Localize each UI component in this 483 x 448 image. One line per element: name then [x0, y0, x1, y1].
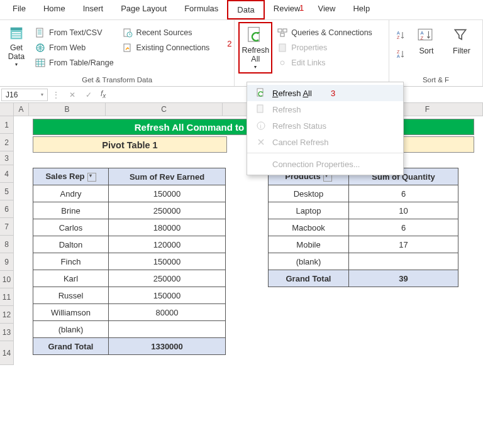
tab-file[interactable]: File	[4, 0, 35, 19]
cancel-icon	[256, 137, 266, 147]
row-5[interactable]: 5	[0, 183, 14, 200]
existing-conn-button[interactable]: Existing Connections	[120, 42, 213, 53]
tab-formulas[interactable]: Formulas	[175, 0, 227, 19]
dd-refresh-all[interactable]: Refresh All3	[247, 85, 403, 101]
table-row: Macbook6	[269, 219, 458, 236]
row-8[interactable]: 8	[0, 236, 14, 253]
row-1[interactable]: 1	[0, 116, 14, 134]
svg-rect-9	[280, 33, 284, 36]
tab-insert[interactable]: Insert	[74, 0, 113, 19]
dd-conn-props: Connection Properties...	[247, 156, 403, 172]
row-9[interactable]: 9	[0, 253, 14, 271]
row-10[interactable]: 10	[0, 271, 14, 288]
fx-label[interactable]: fx	[97, 89, 109, 99]
refresh-all-icon	[256, 88, 266, 98]
table-row: Brine250000	[33, 202, 226, 219]
sort-asc-button[interactable]: AZ	[393, 30, 408, 41]
dd-cancel-refresh: Cancel Refresh	[247, 134, 403, 150]
web-icon	[35, 43, 45, 53]
row-4[interactable]: 4	[0, 165, 14, 183]
svg-text:A: A	[397, 54, 400, 58]
sort-icon: AZ	[417, 26, 436, 45]
row-11[interactable]: 11	[0, 288, 14, 306]
tab-home[interactable]: Home	[35, 0, 74, 19]
table-row: Carlos180000	[33, 219, 226, 236]
table-row: Finch150000	[33, 253, 226, 270]
ribbon: Get Data ▾ From Text/CSV From Web From T…	[0, 20, 483, 87]
edit-links-button: Edit Links	[275, 57, 375, 68]
sort-desc-button[interactable]: ZA	[393, 48, 408, 60]
table-row: Andry150000	[33, 185, 226, 202]
select-all-corner[interactable]	[0, 103, 14, 116]
tab-data[interactable]: Data	[227, 0, 264, 19]
filter-icon	[452, 26, 471, 45]
col-C[interactable]: C	[106, 103, 223, 116]
sort-asc-icon: AZ	[396, 30, 406, 40]
enter-formula: ✓	[80, 90, 97, 99]
get-data-button[interactable]: Get Data ▾	[4, 22, 29, 70]
tab-view[interactable]: View	[309, 0, 344, 19]
grid: A B C F 1234567891011121314 Refresh All …	[0, 103, 483, 380]
pivot-table-1: Sales RepSum of Rev Earned Andry150000Br…	[33, 168, 226, 355]
dd-refresh: Refresh	[247, 101, 403, 117]
table-row: (blank)	[269, 253, 458, 270]
from-table-button[interactable]: From Table/Range	[33, 57, 116, 68]
from-textcsv-button[interactable]: From Text/CSV	[33, 27, 116, 38]
table-row: Williamson80000	[33, 304, 226, 321]
svg-text:i: i	[260, 123, 262, 129]
info-icon: i	[256, 121, 266, 131]
name-box[interactable]: J16▾	[1, 89, 48, 101]
table-row: Russel150000	[33, 287, 226, 304]
refresh-all-button[interactable]: Refresh All ▾	[238, 22, 272, 74]
table-row: Dalton120000	[33, 236, 226, 253]
recent-icon	[123, 28, 133, 38]
group-label-sort: Sort & F	[393, 76, 479, 85]
from-web-button[interactable]: From Web	[33, 42, 116, 53]
dd-refresh-status: iRefresh Status	[247, 117, 403, 134]
ribbon-tabs: File Home Insert Page Layout Formulas Da…	[0, 0, 483, 20]
queries-conn-button[interactable]: Queries & Connections	[275, 27, 375, 38]
tab-help[interactable]: Help	[344, 0, 379, 19]
filter-dropdown-icon[interactable]	[87, 173, 96, 182]
subtitle-1: Pivot Table 1	[33, 136, 227, 153]
table-row: (blank)	[33, 321, 226, 338]
svg-rect-10	[279, 44, 286, 52]
row-13[interactable]: 13	[0, 324, 14, 341]
col-A[interactable]: A	[14, 103, 29, 116]
existing-conn-icon	[123, 43, 133, 53]
table-row: Desktop6	[269, 185, 458, 202]
row-2[interactable]: 2	[0, 134, 14, 151]
textcsv-icon	[35, 28, 45, 38]
col-B[interactable]: B	[29, 103, 106, 116]
cancel-formula: ✕	[64, 90, 80, 99]
group-label-get: Get & Transform Data	[4, 76, 230, 85]
svg-rect-0	[36, 28, 43, 37]
fb-menu[interactable]: ⋮	[48, 90, 64, 99]
table-row: Karl250000	[33, 270, 226, 287]
table-row: Mobile17	[269, 236, 458, 253]
row-7[interactable]: 7	[0, 218, 14, 236]
row-14[interactable]: 14	[0, 341, 14, 365]
column-headers: A B C F	[0, 103, 483, 116]
table-row: Laptop10	[269, 202, 458, 219]
get-data-label: Get Data	[8, 43, 25, 62]
pivot-table-2: ProductsSum of Quantity Desktop6Laptop10…	[268, 168, 458, 287]
filter-button[interactable]: Filter	[445, 22, 479, 60]
sort-desc-icon: ZA	[396, 49, 406, 59]
callout-2: 2	[227, 39, 231, 48]
queries-icon	[277, 28, 287, 38]
row-12[interactable]: 12	[0, 306, 14, 324]
svg-rect-7	[278, 29, 282, 32]
refresh-dropdown: Refresh All3 Refresh iRefresh Status Can…	[247, 82, 404, 175]
recent-sources-button[interactable]: Recent Sources	[120, 27, 213, 38]
row-6[interactable]: 6	[0, 200, 14, 218]
table-icon	[35, 58, 45, 68]
svg-text:Z: Z	[397, 50, 400, 54]
svg-rect-19	[257, 105, 263, 112]
tab-page-layout[interactable]: Page Layout	[112, 0, 175, 19]
group-queries: 2 Refresh All ▾ Queries & Connections Pr…	[235, 20, 389, 86]
row-3[interactable]: 3	[0, 151, 14, 165]
sort-button[interactable]: AZ Sort	[409, 22, 443, 60]
row-headers: 1234567891011121314	[0, 116, 14, 380]
svg-text:Z: Z	[397, 35, 400, 40]
